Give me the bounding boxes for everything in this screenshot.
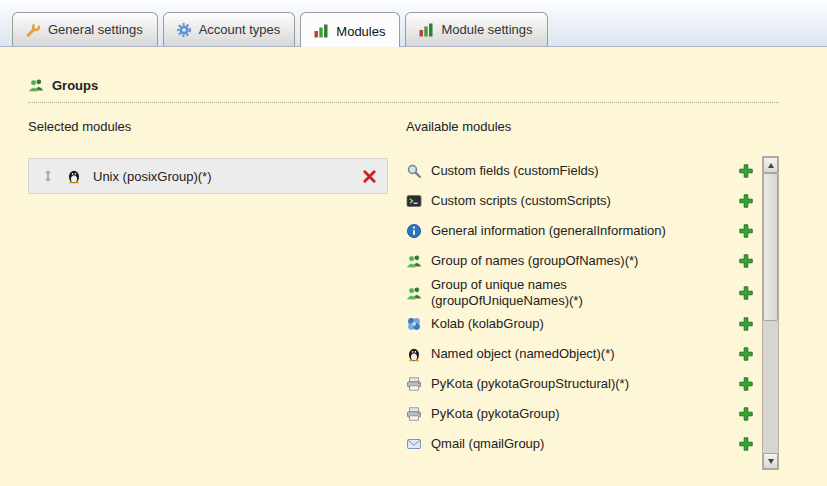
- add-module-button[interactable]: [738, 406, 754, 422]
- kolab-icon: [406, 316, 422, 332]
- scrollbar-thumb[interactable]: [763, 173, 778, 321]
- tab-bar: General settings Account types Modules M…: [0, 0, 827, 47]
- tab-label: General settings: [48, 22, 143, 37]
- modules-page: Groups Selected modules Unix (posixGroup…: [0, 47, 827, 470]
- available-module-label: PyKota (pykotaGroup): [431, 406, 693, 422]
- info-icon: [406, 223, 422, 239]
- available-module-row: Named object (namedObject)(*): [406, 339, 762, 369]
- selected-modules-list: Unix (posixGroup)(*): [28, 158, 388, 194]
- selected-module-row: Unix (posixGroup)(*): [28, 158, 388, 194]
- available-module-row: Custom fields (customFields): [406, 156, 762, 186]
- add-module-button[interactable]: [738, 436, 754, 452]
- add-module-button[interactable]: [738, 253, 754, 269]
- available-module-label: General information (generalInformation): [431, 223, 693, 239]
- wrench-icon: [25, 22, 41, 38]
- available-module-row: Custom scripts (customScripts): [406, 186, 762, 216]
- add-module-button[interactable]: [738, 376, 754, 392]
- script-icon: [406, 193, 422, 209]
- available-module-label: PyKota (pykotaGroupStructural)(*): [431, 376, 693, 392]
- add-module-button[interactable]: [738, 285, 754, 301]
- gear-icon: [176, 22, 192, 38]
- scroll-down-button[interactable]: [763, 453, 778, 469]
- tab-general-settings[interactable]: General settings: [12, 12, 158, 46]
- add-module-button[interactable]: [738, 163, 754, 179]
- available-module-row: PyKota (pykotaGroupStructural)(*): [406, 369, 762, 399]
- available-module-row: General information (generalInformation): [406, 216, 762, 246]
- tab-list: General settings Account types Modules M…: [12, 12, 548, 46]
- columns: Selected modules Unix (posixGroup)(*) Av…: [28, 115, 779, 470]
- available-module-row: Qmail (qmailGroup): [406, 429, 762, 459]
- scroll-up-button[interactable]: [763, 157, 778, 173]
- tux-icon: [406, 346, 422, 362]
- scrollbar[interactable]: [762, 156, 779, 470]
- page-title-label: Groups: [52, 78, 98, 93]
- available-module-label: Kolab (kolabGroup): [431, 316, 693, 332]
- arrow-up-icon: [768, 163, 774, 168]
- add-module-button[interactable]: [738, 223, 754, 239]
- printer-icon: [406, 376, 422, 392]
- arrow-down-icon: [768, 459, 774, 464]
- available-module-row: PyKota (pykotaGroup): [406, 399, 762, 429]
- available-module-label: Custom fields (customFields): [431, 163, 693, 179]
- drag-handle-icon[interactable]: [41, 169, 55, 183]
- tab-label: Account types: [199, 22, 281, 37]
- available-module-label: Custom scripts (customScripts): [431, 193, 693, 209]
- tab-module-settings[interactable]: Module settings: [405, 12, 547, 46]
- add-module-button[interactable]: [738, 193, 754, 209]
- mail-icon: [406, 436, 422, 452]
- selected-module-label: Unix (posixGroup)(*): [93, 169, 351, 184]
- available-module-label: Group of names (groupOfNames)(*): [431, 253, 693, 269]
- available-modules-wrap: Custom fields (customFields) Custom scri…: [406, 156, 779, 470]
- available-modules-column: Available modules Custom fields (customF…: [406, 115, 779, 470]
- tux-icon: [66, 168, 82, 184]
- available-module-label: Named object (namedObject)(*): [431, 346, 693, 362]
- groups-icon: [28, 77, 44, 93]
- magnifier-icon: [406, 163, 422, 179]
- available-modules-heading: Available modules: [406, 119, 779, 134]
- selected-modules-column: Selected modules Unix (posixGroup)(*): [28, 115, 388, 470]
- tab-account-types[interactable]: Account types: [163, 12, 296, 46]
- available-module-label: Group of unique names (groupOfUniqueName…: [431, 277, 693, 308]
- remove-module-button[interactable]: [362, 169, 377, 184]
- tab-modules[interactable]: Modules: [300, 12, 400, 47]
- available-module-row: Group of names (groupOfNames)(*): [406, 246, 762, 276]
- page-title: Groups: [28, 77, 779, 103]
- add-module-button[interactable]: [738, 346, 754, 362]
- available-modules-list: Custom fields (customFields) Custom scri…: [406, 156, 762, 470]
- group-icon: [406, 253, 422, 269]
- printer-icon: [406, 406, 422, 422]
- add-module-button[interactable]: [738, 316, 754, 332]
- available-module-label: Qmail (qmailGroup): [431, 436, 693, 452]
- group-icon: [406, 285, 422, 301]
- selected-modules-heading: Selected modules: [28, 119, 388, 134]
- modules-icon: [313, 23, 329, 39]
- available-module-row: Kolab (kolabGroup): [406, 309, 762, 339]
- tab-label: Modules: [336, 24, 385, 39]
- module-settings-icon: [418, 22, 434, 38]
- available-module-row: Group of unique names (groupOfUniqueName…: [406, 276, 762, 309]
- tab-label: Module settings: [441, 22, 532, 37]
- scrollbar-track[interactable]: [763, 173, 778, 453]
